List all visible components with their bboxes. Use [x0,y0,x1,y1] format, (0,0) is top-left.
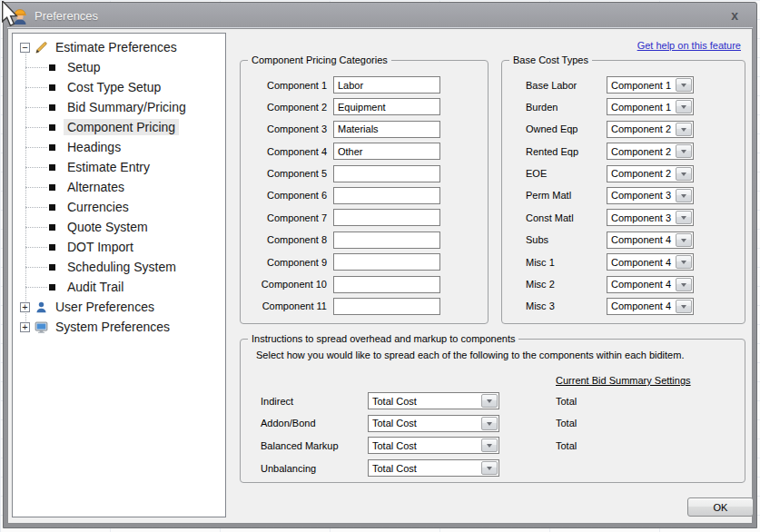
component-9-input[interactable] [333,253,440,271]
dropdown-arrow-icon[interactable] [481,417,498,430]
tree-item-label: Estimate Preferences [52,39,181,55]
misc-2-dropdown[interactable]: Component 4 [607,276,694,293]
component-11-input[interactable] [333,298,440,315]
rented-eqp-dropdown[interactable]: Component 2 [607,143,694,160]
tree-item-label: Setup [64,59,104,75]
tree-item-cost-type-setup[interactable]: Cost Type Setup [13,77,225,97]
dropdown-arrow-icon[interactable] [481,438,498,452]
component-pricing-categories-group: Component Pricing Categories Component 1… [240,60,489,324]
dropdown-arrow-icon[interactable] [481,461,498,475]
bullet-icon [49,104,55,111]
indirect-dropdown[interactable]: Total Cost [368,392,499,409]
tree-item-estimate-preferences[interactable]: Estimate Preferences [13,37,225,57]
eoe-dropdown[interactable]: Component 2 [607,165,694,182]
component-label: Component 5 [241,168,333,179]
component-6-input[interactable] [333,187,440,204]
base-cost-row: EOEComponent 2 [502,165,737,182]
tree-item-scheduling-system[interactable]: Scheduling System [13,257,225,277]
dropdown-arrow-icon[interactable] [676,123,692,136]
group-title: Component Pricing Categories [248,54,391,65]
tree-item-component-pricing[interactable]: Component Pricing [13,117,225,137]
tree-item-label: Bid Summary/Pricing [64,99,190,115]
unbalancing-dropdown[interactable]: Total Cost [368,459,499,477]
base-cost-label: Misc 1 [526,257,607,268]
addon-bond-dropdown[interactable]: Total Cost [368,415,499,432]
group-title: Base Cost Types [509,54,592,65]
component-row: Component 3 [241,121,480,138]
const-matl-dropdown[interactable]: Component 3 [607,209,694,226]
tree-item-label: Quote System [64,219,152,235]
close-button[interactable]: x [725,9,744,22]
tree-item-label: Scheduling System [64,259,180,275]
tree-item-system-preferences[interactable]: System Preferences [13,317,225,337]
misc-3-dropdown[interactable]: Component 4 [607,298,694,315]
base-cost-types-group: Base Cost Types Base LaborComponent 1Bur… [501,60,745,324]
bullet-icon [49,84,55,91]
component-row: Component 6 [241,187,480,204]
spread-label: Unbalancing [261,463,368,474]
desktop-background: { "window": { "title": "Preferences", "c… [0,0,760,532]
tree-item-quote-system[interactable]: Quote System [13,217,225,237]
bullet-icon [49,204,55,211]
spread-instructions-group: Instructions to spread overhead and mark… [240,339,745,483]
dropdown-arrow-icon[interactable] [676,233,692,247]
preferences-window: Preferences x Estimate Preferences Setup… [3,2,757,528]
collapse-icon[interactable] [20,43,30,53]
component-2-input[interactable] [333,98,440,115]
tree-item-setup[interactable]: Setup [13,57,225,77]
perm-matl-dropdown[interactable]: Component 3 [607,187,694,204]
dropdown-arrow-icon[interactable] [676,255,692,269]
component-row: Component 2 [241,98,480,115]
bullet-icon [49,64,55,71]
component-1-input[interactable] [333,76,440,94]
base-labor-dropdown[interactable]: Component 1 [607,76,694,94]
misc-1-dropdown[interactable]: Component 4 [607,253,694,271]
component-4-input[interactable] [333,143,440,160]
balanced-markup-dropdown[interactable]: Total Cost [368,437,499,454]
dropdown-arrow-icon[interactable] [481,394,498,408]
tree-item-audit-trail[interactable]: Audit Trail [13,277,225,297]
spread-row: IndirectTotal CostTotal [261,392,735,410]
expand-icon[interactable] [20,322,30,332]
spread-row: UnbalancingTotal Cost [261,459,735,478]
component-8-input[interactable] [333,232,440,249]
base-cost-row: Misc 3Component 4 [502,298,737,315]
dropdown-arrow-icon[interactable] [676,300,692,313]
ok-button[interactable]: OK [687,498,754,517]
dropdown-arrow-icon[interactable] [676,167,692,181]
tree-item-headings[interactable]: Headings [13,137,225,157]
dropdown-arrow-icon[interactable] [676,100,692,113]
help-link[interactable]: Get help on this feature [637,40,741,51]
current-setting-value: Total [556,418,577,429]
tree-item-bid-summary-pricing[interactable]: Bid Summary/Pricing [13,97,225,117]
component-5-input[interactable] [333,165,440,182]
mouse-cursor [1,1,21,29]
tree-item-estimate-entry[interactable]: Estimate Entry [13,157,225,177]
tree-item-user-preferences[interactable]: User Preferences [13,297,225,317]
subs-dropdown[interactable]: Component 4 [607,232,694,249]
spread-label: Balanced Markup [261,440,368,451]
tree-item-label: Currencies [64,199,133,215]
dropdown-arrow-icon[interactable] [676,144,692,158]
component-7-input[interactable] [333,209,440,226]
tree-item-dot-import[interactable]: DOT Import [13,237,225,257]
base-cost-row: BurdenComponent 1 [502,98,737,115]
component-row: Component 9 [241,253,480,271]
tree-item-currencies[interactable]: Currencies [13,197,225,217]
dropdown-arrow-icon[interactable] [676,189,692,202]
tree-item-label: Cost Type Setup [64,79,164,95]
titlebar[interactable]: Preferences x [7,3,753,28]
component-10-input[interactable] [333,276,440,293]
expand-icon[interactable] [20,302,30,312]
dropdown-arrow-icon[interactable] [676,278,692,291]
dropdown-arrow-icon[interactable] [676,78,692,92]
component-3-input[interactable] [333,121,440,138]
base-cost-label: EOE [526,168,607,179]
current-setting-value: Total [556,440,577,451]
owned-eqp-dropdown[interactable]: Component 2 [607,121,694,138]
tree-item-alternates[interactable]: Alternates [13,177,225,197]
burden-dropdown[interactable]: Component 1 [607,98,694,115]
base-cost-row: Owned EqpComponent 2 [502,121,737,138]
component-label: Component 10 [241,279,333,290]
dropdown-arrow-icon[interactable] [676,211,692,224]
